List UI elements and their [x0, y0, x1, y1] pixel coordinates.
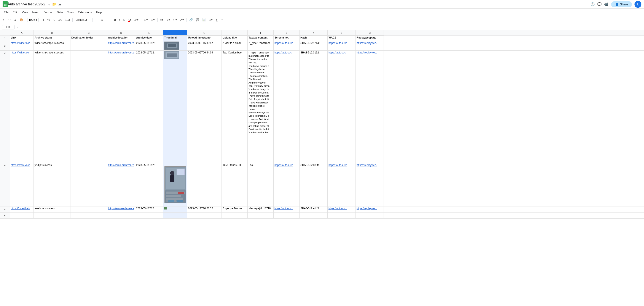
menu-view[interactable]: View — [20, 10, 30, 15]
cell-4E[interactable]: 2023-05-11T12: — [135, 163, 164, 206]
undo-button[interactable]: ↩ — [2, 17, 7, 22]
col-header-D[interactable]: D — [107, 30, 135, 36]
decimal-more-button[interactable]: .00 — [57, 17, 63, 22]
cell-5D[interactable]: https://auto-archiver-te — [107, 206, 135, 212]
cell-3I[interactable]: {"_type": "snscrape [automatic video tra… — [248, 51, 274, 163]
cell-3F[interactable] — [164, 51, 187, 163]
cell-6H[interactable] — [222, 213, 248, 218]
wrap-button[interactable]: ↵▾ — [172, 17, 178, 22]
cell-5E[interactable]: 2023-05-11T12: — [135, 206, 164, 212]
cell-1I[interactable]: Textual content — [248, 36, 274, 41]
cell-5M[interactable]: https://replayweb. — [356, 206, 384, 212]
col-header-G[interactable]: G — [187, 30, 222, 36]
col-header-M[interactable]: M — [356, 30, 384, 36]
comment-button[interactable]: 💬 — [194, 17, 200, 22]
function-button[interactable]: ∑ — [214, 17, 219, 22]
cell-6B[interactable] — [34, 213, 70, 218]
cell-3C[interactable] — [70, 51, 107, 163]
cell-6F[interactable] — [164, 213, 187, 218]
cell-5C[interactable] — [70, 206, 107, 212]
cell-4D[interactable]: https://auto-archiver-te — [107, 163, 135, 206]
cell-2C[interactable] — [70, 41, 107, 50]
cell-4J[interactable]: https://auto-arch — [274, 163, 300, 206]
cell-4C[interactable] — [70, 163, 107, 206]
paint-format-button[interactable]: 🎨 — [18, 17, 24, 22]
cell-6G[interactable] — [187, 213, 222, 218]
filter-button[interactable]: ⊟▾ — [208, 17, 214, 22]
menu-tools[interactable]: Tools — [65, 10, 76, 15]
col-header-C[interactable]: C — [70, 30, 107, 36]
font-size-decrease-button[interactable]: − — [94, 17, 98, 22]
cell-1M[interactable]: Replaywebpage — [356, 36, 384, 41]
percent-button[interactable]: % — [46, 17, 51, 22]
cell-6D[interactable] — [107, 213, 135, 218]
doc-title[interactable]: Auto archive test 2023-2 — [8, 3, 45, 6]
cell-1D[interactable]: Archive location — [107, 36, 135, 41]
cell-6E[interactable] — [135, 213, 164, 218]
share-button[interactable]: 👤 Share — [611, 1, 632, 7]
cell-2G[interactable]: 2023-05-09T16:39:57 — [187, 41, 222, 50]
col-header-A[interactable]: A — [10, 30, 34, 36]
merge-button[interactable]: ⊟▾ — [150, 17, 156, 22]
cell-4H[interactable]: True Stories - Hi — [222, 163, 248, 206]
cell-5G[interactable]: 2023-05-11T10:28:32 — [187, 206, 222, 212]
strikethrough-button[interactable]: S — [122, 17, 126, 22]
col-header-F[interactable]: F — [164, 30, 187, 36]
cell-3B[interactable]: twitter-snscrape: success — [34, 51, 70, 163]
cell-5I[interactable]: Message(id=18718 — [248, 206, 274, 212]
folder-icon[interactable]: 📁 — [52, 2, 56, 6]
cell-6J[interactable] — [274, 213, 300, 218]
cell-3D[interactable]: https://auto-archiver-te — [107, 51, 135, 163]
cell-2A[interactable]: https://twitter.cor — [10, 41, 34, 50]
cell-3M[interactable]: https://replayweb. — [356, 51, 384, 163]
cell-4B[interactable]: yt-dlp: success — [34, 163, 70, 206]
menu-insert[interactable]: Insert — [30, 10, 42, 15]
cloud-icon[interactable]: ☁ — [58, 2, 62, 6]
cell-1L[interactable]: WACZ — [328, 36, 356, 41]
meet-icon[interactable]: 📹 — [604, 2, 608, 6]
menu-help[interactable]: Help — [94, 10, 104, 15]
cell-4I[interactable]: I do. — [248, 163, 274, 206]
chart-button[interactable]: 📊 — [201, 17, 207, 22]
menu-file[interactable]: File — [2, 10, 10, 15]
cell-5B[interactable]: telethon: success — [34, 206, 70, 212]
cell-1A[interactable]: Link — [10, 36, 34, 41]
cell-3H[interactable]: Two Carrion bee — [222, 51, 248, 163]
cell-5F[interactable] — [164, 206, 187, 212]
font-selector[interactable]: Default... ▾ — [74, 18, 91, 22]
cell-2M[interactable]: https://replayweb. — [356, 41, 384, 50]
cell-2H[interactable]: A visit to a small — [222, 41, 248, 50]
print-button[interactable]: 🖨 — [12, 17, 18, 22]
zoom-selector[interactable]: 100% ▾ — [27, 18, 39, 22]
col-header-H[interactable]: H — [222, 30, 248, 36]
font-size-increase-button[interactable]: + — [106, 17, 110, 22]
menu-extensions[interactable]: Extensions — [76, 10, 94, 15]
cell-6M[interactable] — [356, 213, 384, 218]
comment-icon[interactable]: 💬 — [597, 2, 602, 6]
cell-3K[interactable]: SHA3-512:3192: — [300, 51, 328, 163]
cell-5K[interactable]: SHA3-512:e145: — [300, 206, 328, 212]
col-header-B[interactable]: B — [34, 30, 70, 36]
cell-5H[interactable]: В центре Милан — [222, 206, 248, 212]
cell-4F[interactable] — [164, 163, 187, 206]
rotate-button[interactable]: ↗▾ — [179, 17, 185, 22]
cell-1H[interactable]: Upload title — [222, 36, 248, 41]
italic-button[interactable]: I — [118, 17, 121, 22]
menu-data[interactable]: Data — [55, 10, 65, 15]
cell-6K[interactable] — [300, 213, 328, 218]
text-color-button[interactable]: A▾ — [126, 17, 132, 23]
cell-1J[interactable]: Screenshot — [274, 36, 300, 41]
decimal-less-button[interactable]: .0 — [52, 17, 56, 22]
cell-6L[interactable] — [328, 213, 356, 218]
cell-1E[interactable]: Archive date — [135, 36, 164, 41]
col-header-I[interactable]: I — [248, 30, 274, 36]
font-size-box[interactable]: 10 — [99, 18, 105, 22]
cell-3L[interactable]: https://auto-arch — [328, 51, 356, 163]
menu-edit[interactable]: Edit — [10, 10, 20, 15]
h-align-button[interactable]: ≡▾ — [159, 17, 165, 22]
cell-2J[interactable]: https://auto-arch — [274, 41, 300, 50]
fill-color-button[interactable]: 🖊▾ — [133, 17, 140, 22]
history-icon[interactable]: 🕐 — [590, 2, 595, 6]
cell-6C[interactable] — [70, 213, 107, 218]
col-header-K[interactable]: K — [300, 30, 328, 36]
